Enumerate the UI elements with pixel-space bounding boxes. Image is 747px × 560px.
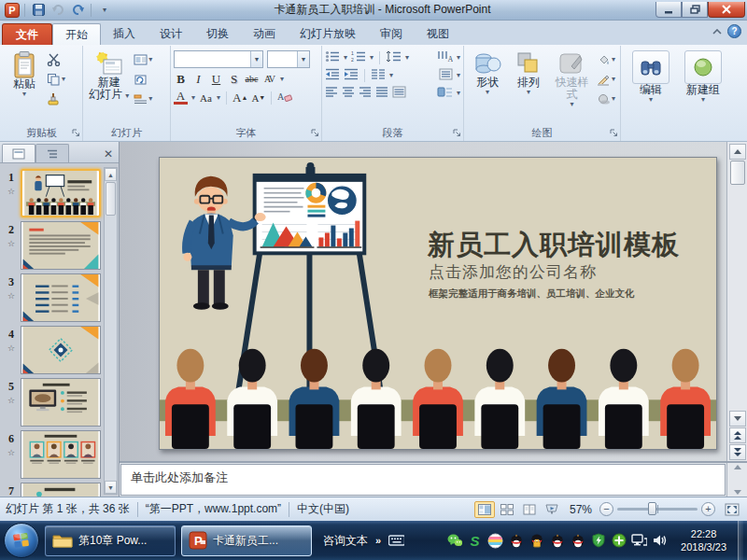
chevron-down-icon[interactable]: ▼ bbox=[297, 51, 309, 67]
taskbar-item-powerpoint[interactable]: P 卡通新员工... bbox=[181, 525, 312, 556]
qq-icon[interactable] bbox=[508, 533, 524, 549]
slide-sorter-view-button[interactable] bbox=[497, 501, 517, 518]
scroll-down-button[interactable] bbox=[729, 411, 746, 427]
shape-fill-button[interactable]: ▾ bbox=[597, 52, 615, 67]
notes-input[interactable]: 单击此处添加备注 bbox=[120, 464, 726, 496]
shape-effects-button[interactable]: ▾ bbox=[597, 91, 615, 106]
slides-tab[interactable] bbox=[2, 144, 35, 162]
zoom-out-button[interactable]: − bbox=[599, 502, 613, 516]
decrease-indent-button[interactable] bbox=[325, 68, 340, 83]
align-right-button[interactable] bbox=[359, 86, 372, 101]
scroll-up-button[interactable] bbox=[729, 144, 746, 160]
language-indicator[interactable]: 中文(中国) bbox=[297, 501, 349, 517]
slide-thumbnail-2[interactable]: 2☆ bbox=[0, 221, 119, 273]
bullets-button[interactable] bbox=[325, 50, 340, 65]
cut-button[interactable] bbox=[47, 52, 65, 67]
increase-indent-button[interactable] bbox=[344, 68, 359, 83]
slide-editor[interactable]: 新员工入职培训模板 点击添加您的公司名称 框架完整适用于商务培训、员工培训、企业… bbox=[120, 142, 726, 461]
security-shield-icon[interactable] bbox=[590, 533, 606, 549]
paragraph-dialog-launcher[interactable] bbox=[453, 128, 461, 139]
justify-button[interactable] bbox=[375, 86, 388, 101]
layout-button[interactable]: ▾ bbox=[134, 52, 152, 67]
line-spacing-button[interactable] bbox=[386, 50, 402, 65]
text-shadow-button[interactable]: S bbox=[227, 71, 241, 87]
columns-button[interactable] bbox=[371, 68, 386, 83]
save-button[interactable] bbox=[30, 2, 47, 19]
close-panel-button[interactable]: ✕ bbox=[102, 146, 115, 162]
slide-canvas[interactable]: 新员工入职培训模板 点击添加您的公司名称 框架完整适用于商务培训、员工培训、企业… bbox=[159, 157, 717, 450]
fit-to-window-button[interactable] bbox=[723, 501, 741, 518]
slide-thumbnail-7[interactable]: 7 bbox=[0, 483, 119, 497]
font-name-combobox[interactable]: ▼ bbox=[174, 50, 263, 68]
chevron-down-icon[interactable]: ▼ bbox=[250, 51, 262, 67]
change-case-button[interactable]: Aa bbox=[199, 90, 213, 105]
slide-thumbnail-3[interactable]: 3☆ bbox=[0, 273, 119, 326]
collapse-ribbon-button[interactable] bbox=[712, 26, 722, 36]
previous-slide-button[interactable] bbox=[729, 427, 746, 443]
scrollbar-thumb[interactable] bbox=[730, 161, 745, 185]
new-slide-button[interactable]: 新建 幻灯片 ▾ bbox=[86, 48, 132, 101]
powerpoint-app-icon[interactable]: P bbox=[5, 3, 20, 18]
slide-thumbnail-4[interactable]: 4☆ bbox=[0, 326, 119, 378]
slide-subtitle[interactable]: 点击添加您的公司名称 bbox=[429, 261, 597, 283]
start-button[interactable] bbox=[4, 523, 39, 558]
copy-button[interactable]: ▾ bbox=[47, 72, 65, 87]
grow-font-button[interactable]: A▲ bbox=[233, 90, 247, 105]
zoom-track[interactable] bbox=[617, 508, 698, 511]
taskbar-clock[interactable]: 22:28 2018/3/23 bbox=[681, 527, 726, 553]
paste-button[interactable]: 粘贴 ▾ bbox=[4, 48, 45, 98]
redo-button[interactable] bbox=[69, 2, 86, 19]
slide-thumbnail-1[interactable]: 1☆ bbox=[0, 169, 119, 221]
align-left-button[interactable] bbox=[325, 86, 338, 101]
taskbar-toolbar-label[interactable]: 咨询文本 bbox=[323, 533, 368, 549]
character-spacing-button[interactable]: AV bbox=[262, 71, 276, 87]
font-size-combobox[interactable]: ▼ bbox=[267, 50, 310, 68]
zoom-in-button[interactable]: + bbox=[701, 502, 715, 516]
drawing-dialog-launcher[interactable] bbox=[610, 128, 618, 139]
zoom-handle[interactable] bbox=[648, 502, 656, 515]
quick-styles-button[interactable]: 快速样式▾ bbox=[549, 48, 595, 108]
undo-button[interactable] bbox=[49, 2, 66, 19]
tab-animations[interactable]: 动画 bbox=[241, 23, 288, 45]
text-direction-button[interactable]: A bbox=[437, 50, 453, 65]
align-text-button[interactable] bbox=[439, 68, 453, 83]
arrange-button[interactable]: 排列▾ bbox=[508, 48, 549, 96]
qq-locked-icon[interactable] bbox=[529, 533, 544, 549]
slideshow-view-button[interactable] bbox=[542, 501, 562, 518]
notes-scrollbar[interactable] bbox=[726, 463, 747, 497]
clipboard-dialog-launcher[interactable] bbox=[72, 128, 80, 139]
input-keyboard-icon[interactable] bbox=[388, 533, 404, 549]
editing-button[interactable]: 编辑▾ bbox=[629, 48, 672, 104]
thumbnail-scrollbar[interactable]: ▲ ▼ bbox=[104, 167, 118, 495]
slide-thumbnail-6[interactable]: 6☆ bbox=[0, 430, 119, 483]
convert-smartart-button[interactable] bbox=[437, 86, 453, 101]
qq-icon[interactable] bbox=[570, 533, 585, 549]
align-center-button[interactable] bbox=[342, 86, 355, 101]
toolbar-overflow-chevron[interactable]: » bbox=[375, 535, 381, 546]
zoom-percentage[interactable]: 57% bbox=[570, 503, 592, 516]
safety-center-icon[interactable] bbox=[611, 533, 627, 549]
volume-icon[interactable] bbox=[652, 533, 668, 549]
distribute-button[interactable] bbox=[392, 86, 406, 101]
sogou-icon[interactable]: S bbox=[467, 533, 483, 549]
numbering-button[interactable]: 12 bbox=[351, 50, 366, 65]
scroll-down-button[interactable]: ▼ bbox=[105, 481, 117, 494]
taskbar-item-folder[interactable]: 第10章 Pow... bbox=[45, 525, 176, 556]
rainbow-bear-icon[interactable] bbox=[487, 533, 503, 549]
network-icon[interactable] bbox=[631, 533, 647, 549]
font-color-button[interactable]: A bbox=[174, 91, 188, 105]
slide-caption[interactable]: 框架完整适用于商务培训、员工培训、企业文化 bbox=[429, 287, 635, 301]
minimize-button[interactable] bbox=[655, 2, 682, 18]
scrollbar-thumb[interactable] bbox=[106, 182, 116, 216]
outline-tab[interactable] bbox=[35, 144, 69, 162]
normal-view-button[interactable] bbox=[474, 501, 495, 518]
tab-insert[interactable]: 插入 bbox=[101, 23, 148, 45]
format-painter-button[interactable] bbox=[47, 91, 65, 106]
clear-formatting-button[interactable]: A bbox=[277, 91, 292, 105]
qq-icon[interactable] bbox=[549, 533, 565, 549]
font-dialog-launcher[interactable] bbox=[311, 128, 319, 139]
tab-design[interactable]: 设计 bbox=[148, 23, 194, 45]
new-group-button[interactable]: 新建组▾ bbox=[682, 48, 725, 104]
tab-review[interactable]: 审阅 bbox=[368, 23, 415, 45]
bold-button[interactable]: B bbox=[174, 71, 188, 87]
